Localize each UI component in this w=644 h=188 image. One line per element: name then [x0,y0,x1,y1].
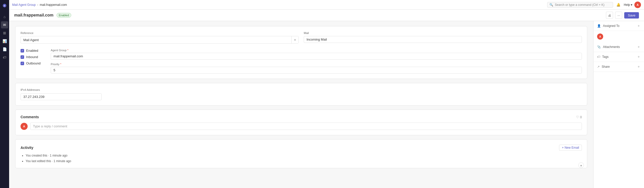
comment-input[interactable]: Type a reply / comment [30,123,582,130]
sidebar-mail-icon[interactable]: ✉ [1,21,8,28]
activity-title: Activity [21,146,33,150]
like-area[interactable]: ♡ 0 [576,115,582,119]
search-icon: 🔍 [549,3,553,7]
mail-value: Incoming Mail [307,38,327,41]
agent-group-value: mail.frappemail.com [53,54,83,58]
tags-icon: 🏷 [597,55,600,59]
form-area: Reference Mail Agent ＋ Mail Incomi [9,21,593,188]
priority-field: Priority * 5 [51,63,582,74]
header-actions: 🖨 ··· Save [606,12,639,19]
ipv4-input[interactable]: 37.27.243.239 [21,93,102,100]
breadcrumb: Mail Agent Group › mail.frappemail.com [12,3,67,7]
page-title: mail.frappemail.com [14,13,53,18]
activity-text-2: You last edited this · 1 minute ago [26,159,71,163]
print-button[interactable]: 🖨 [606,12,613,19]
checkboxes-group: Enabled Inbound Outbound [21,49,41,74]
save-button[interactable]: Save [624,12,639,19]
comment-placeholder: Type a reply / comment [33,124,67,128]
sidebar-home-icon[interactable]: ⌂ [1,13,8,20]
collapse-button[interactable]: ▲ [578,162,584,168]
comments-header: Comments ♡ 0 [21,115,582,119]
ipv4-section: IPv4 Addresses 37.27.243.239 [15,83,587,106]
topbar-icons: 🔔 Help ▾ A [615,2,641,8]
heart-icon: ♡ [576,115,579,119]
sidebar-tag-icon[interactable]: 🏷 [1,54,8,61]
search-placeholder: Search or type a command (Ctrl + K) [555,3,604,7]
assigned-to-icon: 👤 [597,24,601,28]
comments-title: Comments [21,115,39,119]
tags-add-button[interactable]: ＋ [637,55,640,59]
new-email-button[interactable]: + New Email [559,145,582,151]
breadcrumb-current: mail.frappemail.com [40,3,67,7]
activity-header: Activity + New Email [21,145,582,151]
user-avatar[interactable]: A [634,2,641,8]
assigned-to-add-button[interactable]: ＋ [637,24,640,28]
topbar: Mail Agent Group › mail.frappemail.com 🔍… [9,0,644,10]
breadcrumb-parent[interactable]: Mail Agent Group [12,3,36,7]
priority-label: Priority * [51,63,582,66]
sidebar-chart-icon[interactable]: 📊 [1,38,8,45]
content-area: Reference Mail Agent ＋ Mail Incomi [9,21,644,188]
agent-group-required: * [67,49,68,52]
sidebar-logo[interactable]: F [1,2,8,9]
attachments-label: Attachments [603,45,635,49]
outbound-checkbox-box [21,62,24,65]
reference-add-button[interactable]: ＋ [291,36,298,43]
like-count: 0 [580,115,582,119]
reference-value: Mail Agent [21,37,291,43]
outbound-label: Outbound [26,61,41,65]
activity-list: You created this · 1 minute ago You last… [21,154,582,163]
comment-user-avatar: A [21,123,28,130]
priority-required: * [60,63,61,66]
reference-column: Reference Mail Agent ＋ [21,31,299,44]
share-icon: ↗ [597,65,600,69]
comment-input-row: A Type a reply / comment [21,123,582,130]
new-email-label: + New Email [562,146,579,149]
comments-section: Comments ♡ 0 A Type a reply / comment [15,110,587,135]
left-sidebar: F ⌂ ✉ ⊞ 📊 📄 🏷 [0,0,9,188]
inbound-checkbox[interactable]: Inbound [21,55,41,59]
sidebar-doc-icon[interactable]: 📄 [1,46,8,53]
tags-section[interactable]: 🏷 Tags ＋ [594,52,644,62]
attachments-section[interactable]: 📎 Attachments ＋ [594,42,644,52]
attachments-icon: 📎 [597,45,601,49]
priority-value: 5 [53,68,55,72]
ipv4-value: 37.27.243.239 [23,95,44,99]
enabled-checkbox[interactable]: Enabled [21,49,41,53]
assigned-to-label: Assigned To [603,24,635,28]
enabled-label: Enabled [26,49,38,53]
activity-section: Activity + New Email You created this · … [15,139,587,168]
priority-input[interactable]: 5 [51,67,582,74]
mail-column: Mail Incoming Mail [304,31,582,44]
activity-text-1: You created this · 1 minute ago [26,154,67,157]
agent-priority-group: Agent Group * mail.frappemail.com Priori… [51,49,582,74]
activity-item: You last edited this · 1 minute ago [26,159,582,163]
help-chevron-icon: ▾ [631,3,632,7]
page-header: mail.frappemail.com Enabled 🖨 ··· Save [9,10,644,21]
mail-value-display: Incoming Mail [304,36,582,43]
sidebar-grid-icon[interactable]: ⊞ [1,29,8,37]
attachments-add-button[interactable]: ＋ [637,45,640,49]
enabled-badge: Enabled [57,13,71,18]
help-button[interactable]: Help ▾ [624,3,632,7]
agent-group-label: Agent Group * [51,49,582,52]
share-section[interactable]: ↗ Share ＋ [594,62,644,72]
svg-text:F: F [4,5,5,7]
enabled-checkbox-box [21,49,24,53]
notifications-icon[interactable]: 🔔 [615,2,622,8]
reference-mail-section: Reference Mail Agent ＋ Mail Incomi [15,26,587,79]
settings-row: Enabled Inbound Outbound [21,49,582,74]
tags-label: Tags [602,55,635,59]
assigned-user-area: A [594,31,644,42]
search-bar[interactable]: 🔍 Search or type a command (Ctrl + K) [547,2,613,8]
reference-input-group: Mail Agent ＋ [21,36,299,44]
activity-item: You created this · 1 minute ago [26,154,582,157]
share-add-button[interactable]: ＋ [637,64,640,69]
outbound-checkbox[interactable]: Outbound [21,61,41,65]
agent-group-input[interactable]: mail.frappemail.com [51,53,582,60]
assigned-user-avatar: A [597,33,603,40]
reference-label: Reference [21,31,299,35]
more-options-button[interactable]: ··· [615,12,622,19]
right-sidebar: 👤 Assigned To ＋ A 📎 Attachments ＋ 🏷 Tags… [593,21,644,188]
assigned-to-section[interactable]: 👤 Assigned To ＋ [594,21,644,31]
